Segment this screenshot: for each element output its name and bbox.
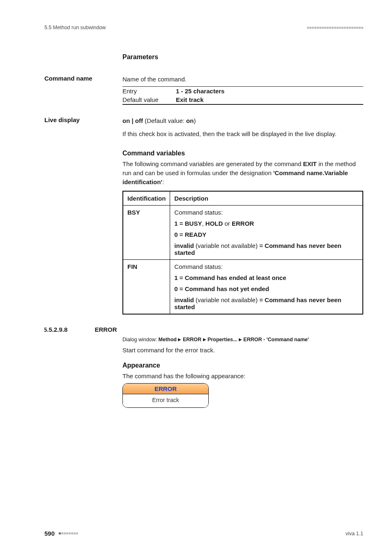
- default-open: (Default value:: [143, 117, 186, 124]
- dialog-window-line: Dialog window: Method ▶ ERROR ▶ Properti…: [122, 337, 363, 342]
- dialog-part-3: ERROR - 'Command name': [243, 337, 309, 342]
- footer-version: viva 1.1: [346, 531, 363, 536]
- error-intro: Start command for the error track.: [122, 346, 363, 355]
- entry-row: Entry 1 - 25 characters: [122, 87, 363, 95]
- cv-row-status: Command status:: [174, 209, 358, 216]
- entry-value: 1 - 25 characters: [176, 88, 224, 95]
- bsy-invalid-pre: invalid: [174, 242, 194, 249]
- error-section-head: 5.5.2.9.8 ERROR: [44, 326, 363, 333]
- command-variables-intro: The following command variables are gene…: [122, 160, 363, 186]
- command-name-desc: Name of the command.: [122, 75, 363, 84]
- triangle-icon: ▶: [203, 337, 206, 342]
- cv-row-id: FIN: [127, 263, 137, 270]
- header-decoration: [307, 27, 363, 29]
- fin-invalid-mid: (variable not available): [194, 296, 259, 303]
- live-display-desc: If this check box is activated, then the…: [122, 130, 363, 139]
- appearance-heading: Appearance: [122, 362, 363, 369]
- cv-intro-pre: The following command variables are gene…: [122, 160, 303, 167]
- cv-col-id: Identification: [123, 191, 170, 206]
- default-label: Default value: [122, 96, 176, 103]
- fin-invalid-pre: invalid: [174, 296, 194, 303]
- bsy-zero: 0 = READY: [174, 231, 206, 238]
- table-row: FIN Command status: 1 = Command has ende…: [123, 259, 363, 314]
- triangle-icon: ▶: [178, 337, 181, 342]
- page-number: 590: [44, 530, 55, 537]
- page-footer: 590 viva 1.1: [44, 530, 363, 537]
- command-variables-table: Identification Description BSY Command s…: [122, 191, 363, 314]
- cv-row-one-line: 1 = BUSY, HOLD or ERROR: [174, 220, 358, 227]
- bsy-one-pre: 1 = BUSY: [174, 220, 202, 227]
- appearance-desc: The command has the following appearance…: [122, 372, 363, 381]
- cv-intro-cmd: EXIT: [303, 160, 316, 167]
- error-command-block: ERROR Error track: [122, 383, 209, 408]
- default-close: ): [194, 117, 196, 124]
- entry-label: Entry: [122, 88, 176, 95]
- cv-row-status: Command status:: [174, 263, 358, 270]
- dialog-part-0: Method: [159, 337, 177, 342]
- live-display-label: Live display: [44, 116, 122, 123]
- bsy-one-or: or: [223, 220, 232, 227]
- cv-intro-end: :: [162, 178, 164, 185]
- cv-row-id: BSY: [127, 209, 140, 216]
- bsy-one-end: ERROR: [232, 220, 254, 227]
- fin-invalid-line: invalid (variable not available) = Comma…: [174, 296, 358, 310]
- command-variables-heading: Command variables: [122, 150, 363, 157]
- bsy-invalid-line: invalid (variable not available) = Comma…: [174, 242, 358, 256]
- live-display-default-value: on: [186, 117, 194, 124]
- header-section-ref: 5.5 Method run subwindow: [44, 25, 106, 30]
- fin-one: 1 = Command has ended at least once: [174, 274, 286, 281]
- dialog-label: Dialog window:: [122, 337, 159, 342]
- fin-zero: 0 = Command has not yet ended: [174, 285, 269, 292]
- bsy-invalid-mid: (variable not available): [194, 242, 259, 249]
- live-display-options-values: on | off: [122, 117, 143, 124]
- error-block-title: ERROR: [123, 384, 208, 394]
- dialog-part-2: Properties...: [208, 337, 237, 342]
- running-header: 5.5 Method run subwindow: [44, 25, 363, 30]
- error-block-sub: Error track: [123, 394, 208, 407]
- dialog-part-1: ERROR: [183, 337, 201, 342]
- command-name-label: Command name: [44, 75, 122, 82]
- footer-decoration: [59, 532, 78, 534]
- section-title: ERROR: [95, 326, 117, 333]
- default-row: Default value Exit track: [122, 95, 363, 104]
- parameters-heading: Parameters: [122, 53, 363, 61]
- bsy-one-mid2: HOLD: [205, 220, 223, 227]
- cv-col-desc: Description: [170, 191, 363, 206]
- table-row: BSY Command status: 1 = BUSY, HOLD or ER…: [123, 205, 363, 259]
- triangle-icon: ▶: [239, 337, 242, 342]
- section-number: 5.5.2.9.8: [44, 326, 93, 333]
- default-value: Exit track: [176, 96, 204, 103]
- live-display-options: on | off (Default value: on): [122, 116, 363, 125]
- bsy-one-mid: ,: [202, 220, 205, 227]
